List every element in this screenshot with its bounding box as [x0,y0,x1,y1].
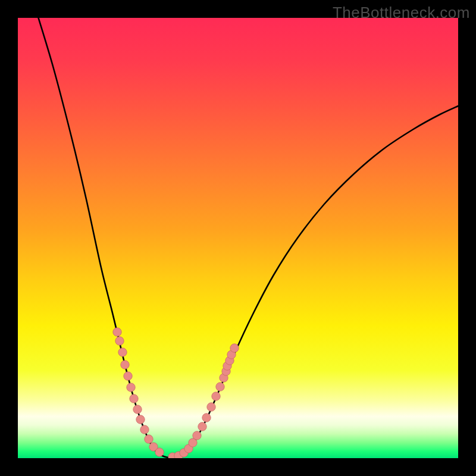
data-dot [155,448,164,456]
data-dot [127,383,135,392]
data-dot [207,403,215,411]
chart-frame [18,18,458,458]
data-dot [193,431,201,440]
data-dot [212,392,220,400]
data-dot [230,344,239,352]
data-dot [118,348,127,356]
data-dot [140,425,149,434]
data-dot [202,414,211,422]
data-dot [115,337,124,345]
watermark-text: TheBottleneck.com [333,4,470,22]
data-dot [130,394,138,403]
data-dot [198,422,206,431]
data-dot [216,383,224,391]
right-dot-cluster [168,344,239,458]
data-dot [121,361,129,369]
data-dot [145,435,153,443]
data-dot [136,415,145,424]
data-dot [133,405,142,414]
chart-svg [18,18,458,458]
data-dot [113,328,121,336]
bottleneck-curve [37,18,458,458]
data-dot [124,372,132,380]
